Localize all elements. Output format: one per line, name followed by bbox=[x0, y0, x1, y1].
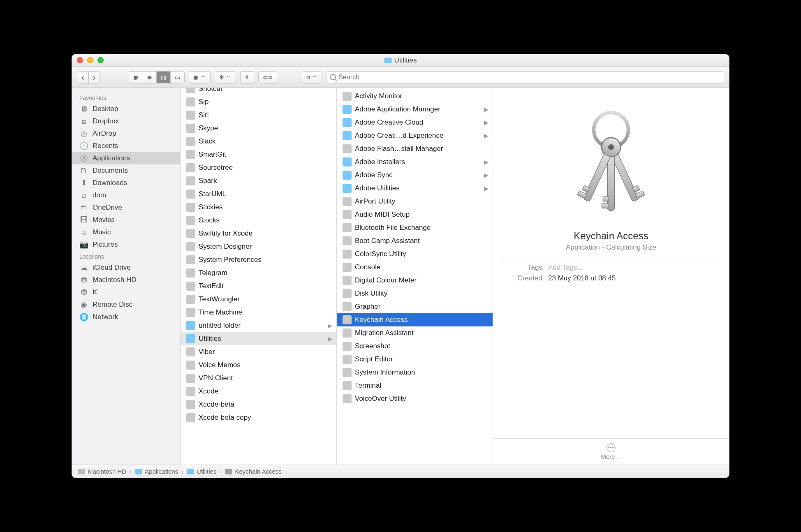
close-window-button[interactable] bbox=[77, 57, 83, 63]
file-row[interactable]: Activity Monitor bbox=[337, 90, 493, 103]
file-row[interactable]: SmartGit bbox=[181, 148, 336, 161]
sidebar-item-remote-disc[interactable]: ◉Remote Disc bbox=[72, 298, 180, 311]
file-row[interactable]: Script Editor bbox=[337, 353, 493, 366]
file-row[interactable]: Audio MIDI Setup bbox=[337, 208, 493, 221]
file-row[interactable]: Disk Utility bbox=[337, 287, 493, 300]
file-row[interactable]: Telegram bbox=[181, 266, 336, 280]
sidebar-item-onedrive[interactable]: 🗀OneDrive bbox=[72, 201, 180, 214]
file-row[interactable]: Swiftify for Xcode bbox=[181, 227, 336, 240]
path-segment[interactable]: Keychain Access bbox=[225, 468, 281, 475]
file-row[interactable]: VPN Client bbox=[181, 372, 336, 385]
file-row[interactable]: Keychain Access bbox=[337, 313, 493, 326]
sidebar-item-k[interactable]: ⛃K bbox=[72, 286, 180, 298]
file-row[interactable]: Adobe Flash…stall Manager bbox=[337, 142, 493, 155]
path-segment[interactable]: Macintosh HD bbox=[78, 468, 126, 475]
file-row[interactable]: Shotcut bbox=[181, 88, 336, 95]
sidebar-item-movies[interactable]: 🎞Movies bbox=[72, 214, 180, 226]
tags-field[interactable]: Add Tags… bbox=[548, 264, 721, 272]
tags-button[interactable]: ⊂⊃ bbox=[258, 71, 277, 83]
sidebar-item-icloud-drive[interactable]: ☁iCloud Drive bbox=[72, 261, 180, 274]
sidebar-item-applications[interactable]: ⒶApplications bbox=[72, 152, 180, 164]
share-button[interactable]: ⇪ bbox=[240, 71, 254, 83]
file-row[interactable]: Migration Assistant bbox=[337, 326, 493, 340]
sidebar-item-desktop[interactable]: 🖥Desktop bbox=[72, 103, 180, 115]
list-view-button[interactable]: ≣ bbox=[143, 71, 157, 83]
file-row[interactable]: Boot Camp Assistant bbox=[337, 234, 493, 247]
hd-icon bbox=[78, 469, 85, 474]
sidebar-item-downloads[interactable]: ⬇Downloads bbox=[72, 177, 180, 189]
file-row[interactable]: Xcode-beta copy bbox=[181, 411, 336, 424]
file-row[interactable]: Adobe Sync▶ bbox=[337, 169, 493, 182]
file-row[interactable]: Slack bbox=[181, 135, 336, 148]
file-row[interactable]: System Preferences bbox=[181, 253, 336, 266]
back-button[interactable]: ‹ bbox=[77, 71, 89, 83]
file-row[interactable]: VoiceOver Utility bbox=[337, 392, 493, 405]
sidebar-item-music[interactable]: ♫Music bbox=[72, 226, 180, 238]
sidebar-item-recents[interactable]: 🕘Recents bbox=[72, 140, 180, 152]
sidebar-item-documents[interactable]: 🗎Documents bbox=[72, 164, 180, 177]
minimize-window-button[interactable] bbox=[87, 57, 93, 63]
path-separator: › bbox=[130, 468, 132, 475]
path-segment[interactable]: Utilities bbox=[187, 468, 216, 475]
file-row[interactable]: Bluetooth File Exchange bbox=[337, 221, 493, 234]
column-browser: ShotcutSipSiriSkypeSlackSmartGitSourcetr… bbox=[181, 88, 729, 465]
file-row[interactable]: Adobe Utilities▶ bbox=[337, 182, 493, 195]
file-row[interactable]: TextWrangler bbox=[181, 293, 336, 306]
action-menu-button[interactable]: ✻ ﹀ bbox=[215, 71, 236, 83]
column-utilities[interactable]: Activity MonitorAdobe Application Manage… bbox=[337, 88, 493, 465]
sidebar-item-airdrop[interactable]: ◎AirDrop bbox=[72, 127, 180, 140]
dropbox-menu-button[interactable]: ⧈ ﹀ bbox=[302, 71, 322, 83]
sidebar-item-pictures[interactable]: 📷Pictures bbox=[72, 238, 180, 251]
file-row[interactable]: Stocks bbox=[181, 214, 336, 227]
keychain-access-icon bbox=[553, 107, 669, 222]
sidebar-item-dom[interactable]: ⌂dom bbox=[72, 189, 180, 201]
file-row[interactable]: Terminal bbox=[337, 379, 493, 392]
file-row[interactable]: Xcode-beta bbox=[181, 398, 336, 411]
file-row[interactable]: Spark bbox=[181, 174, 336, 187]
file-row[interactable]: Viber bbox=[181, 345, 336, 359]
column-applications[interactable]: ShotcutSipSiriSkypeSlackSmartGitSourcetr… bbox=[181, 88, 337, 465]
file-row[interactable]: Siri bbox=[181, 109, 336, 122]
file-row[interactable]: Stickies bbox=[181, 201, 336, 214]
forward-button[interactable]: › bbox=[89, 71, 100, 83]
file-row[interactable]: System Information bbox=[337, 366, 493, 379]
gallery-view-button[interactable]: ▭ bbox=[171, 71, 185, 83]
path-segment[interactable]: Applications bbox=[135, 468, 178, 475]
file-row[interactable]: untitled folder▶ bbox=[181, 319, 336, 332]
search-input[interactable] bbox=[338, 74, 720, 81]
preview-more[interactable]: ••• More… bbox=[493, 438, 729, 465]
file-row[interactable]: Digital Colour Meter bbox=[337, 274, 493, 287]
zoom-window-button[interactable] bbox=[97, 57, 104, 63]
sidebar-item-network[interactable]: 🌐Network bbox=[72, 311, 180, 323]
sidebar-item-dropbox[interactable]: ⧈Dropbox bbox=[72, 115, 180, 127]
file-row[interactable]: StarUML bbox=[181, 187, 336, 201]
file-row[interactable]: AirPort Utility bbox=[337, 195, 493, 208]
preview-pane: Keychain Access Application - Calculatin… bbox=[493, 88, 729, 465]
arrange-menu-button[interactable]: ▦ ﹀ bbox=[189, 71, 211, 83]
file-row[interactable]: Skype bbox=[181, 122, 336, 135]
file-row[interactable]: System Designer bbox=[181, 240, 336, 253]
file-row[interactable]: Sip bbox=[181, 95, 336, 109]
file-row[interactable]: TextEdit bbox=[181, 280, 336, 293]
file-row[interactable]: Time Machine bbox=[181, 306, 336, 319]
file-row[interactable]: ColorSync Utility bbox=[337, 247, 493, 261]
file-label: TextEdit bbox=[199, 282, 223, 290]
file-label: Sip bbox=[199, 98, 209, 106]
file-row[interactable]: Console bbox=[337, 261, 493, 274]
column-view-button[interactable]: ▥ bbox=[157, 71, 171, 83]
file-row[interactable]: Adobe Installers▶ bbox=[337, 155, 493, 169]
file-row[interactable]: Screenshot bbox=[337, 340, 493, 353]
search-field-wrapper[interactable] bbox=[326, 71, 724, 83]
file-row[interactable]: Adobe Creati…d Experience▶ bbox=[337, 129, 493, 142]
file-row[interactable]: Xcode bbox=[181, 385, 336, 398]
file-row[interactable]: Adobe Application Manager▶ bbox=[337, 103, 493, 116]
file-row[interactable]: Sourcetree bbox=[181, 161, 336, 174]
file-row[interactable]: Voice Memos bbox=[181, 359, 336, 372]
chevron-right-icon: ▶ bbox=[484, 159, 488, 165]
file-row[interactable]: Utilities▶ bbox=[181, 332, 336, 345]
file-row[interactable]: Adobe Creative Cloud▶ bbox=[337, 116, 493, 129]
file-label: Adobe Sync bbox=[355, 171, 393, 179]
file-row[interactable]: Grapher bbox=[337, 300, 493, 313]
icon-view-button[interactable]: ▦ bbox=[129, 71, 143, 83]
sidebar-item-macintosh-hd[interactable]: ⛃Macintosh HD bbox=[72, 274, 180, 286]
